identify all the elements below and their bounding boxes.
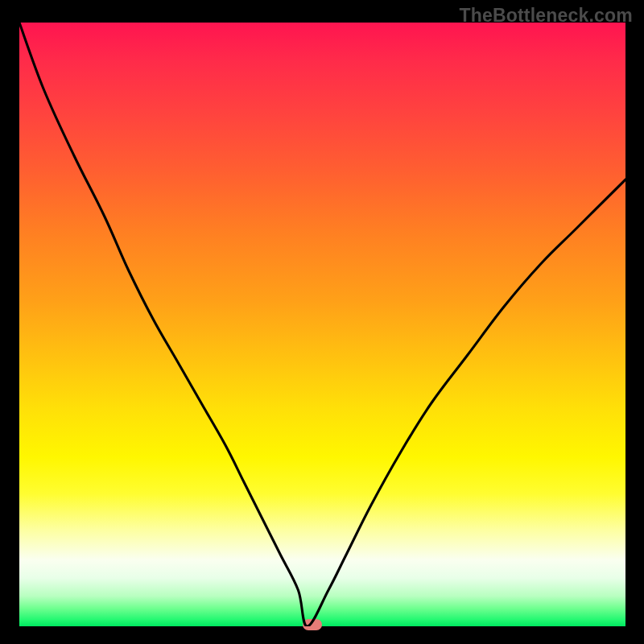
- plot-gradient-background: [19, 23, 625, 626]
- chart-frame: TheBottleneck.com: [0, 0, 644, 644]
- watermark-text: TheBottleneck.com: [459, 5, 633, 27]
- bottleneck-marker: [303, 619, 322, 630]
